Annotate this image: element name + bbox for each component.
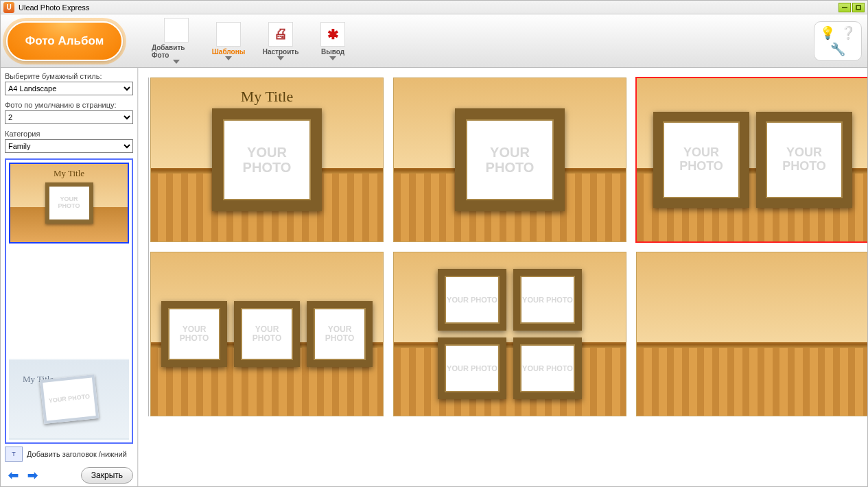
photo-frame: YOUR PHOTO <box>455 108 565 211</box>
category-label: Категория <box>5 130 133 138</box>
template-item[interactable]: YOUR PHOTOYOUR PHOTOYOUR PHOTO <box>150 252 384 416</box>
maximize-button[interactable] <box>852 3 865 12</box>
chevron-down-icon <box>277 56 284 60</box>
template-frames-wrap <box>637 327 867 341</box>
photo-frame: YOUR PHOTO <box>756 112 852 208</box>
photo-album-label: Фото Альбом <box>25 34 104 48</box>
default-photos-select[interactable]: 2 <box>5 110 133 124</box>
photo-frame: YOUR PHOTO <box>513 269 582 331</box>
template-item[interactable]: My TitleYOUR PHOTO <box>150 78 384 242</box>
preview-thumb-2[interactable]: My Title YOUR PHOTO <box>9 359 129 440</box>
close-button[interactable]: Закрыть <box>81 467 133 484</box>
add-header-footer-button[interactable]: T Добавить заголовок /нижний <box>5 447 133 462</box>
template-item[interactable] <box>636 252 867 416</box>
preview-thumb-frame: YOUR PHOTO <box>45 182 93 224</box>
chevron-down-icon <box>173 60 180 64</box>
output-button[interactable]: Вывод <box>308 22 357 60</box>
templates-icon <box>216 22 241 47</box>
chevron-down-icon <box>329 56 336 60</box>
template-grid-area: My TitleYOUR PHOTOYOUR PHOTOYOUR PHOTOYO… <box>138 68 867 486</box>
template-frames-wrap: YOUR PHOTO <box>394 102 626 218</box>
preview-thumb-title: My Title <box>54 168 84 179</box>
paper-style-label: Выберите бумажный стиль: <box>5 72 133 80</box>
bow-icon <box>320 22 345 47</box>
settings-label: Настроить <box>263 48 299 56</box>
template-frames-wrap: YOUR PHOTOYOUR PHOTOYOUR PHOTOYOUR PHOTO <box>394 262 626 406</box>
photo-frame: YOUR PHOTO <box>438 337 506 399</box>
photo-frame: YOUR PHOTO <box>513 337 582 399</box>
text-block-icon: T <box>5 447 23 462</box>
paper-style-select[interactable]: A4 Landscape <box>5 82 133 95</box>
floor-decor <box>637 342 867 416</box>
close-label: Закрыть <box>91 471 123 480</box>
photo-frame: YOUR PHOTO <box>307 301 373 367</box>
template-grid: My TitleYOUR PHOTOYOUR PHOTOYOUR PHOTOYO… <box>150 78 858 416</box>
sidebar-footer: T Добавить заголовок /нижний ⬅ ➡ Закрыть <box>5 444 133 484</box>
photo-frame: YOUR PHOTO <box>234 301 300 367</box>
template-item[interactable]: YOUR PHOTOYOUR PHOTOYOUR PHOTOYOUR PHOTO <box>393 252 626 416</box>
prev-button[interactable]: ⬅ <box>5 468 21 482</box>
help-icon[interactable]: ❔ <box>841 25 856 40</box>
photo-frame: YOUR PHOTO <box>438 269 506 331</box>
template-frames-wrap: YOUR PHOTOYOUR PHOTOYOUR PHOTO <box>151 294 383 374</box>
minimize-button[interactable] <box>838 3 851 12</box>
app-icon: U <box>3 2 14 13</box>
output-label: Вывод <box>321 48 344 56</box>
add-photo-label: Добавить Фото <box>152 44 201 59</box>
templates-label: Шаблоны <box>212 48 245 56</box>
chevron-down-icon <box>225 56 232 60</box>
add-photo-button[interactable]: Добавить Фото <box>152 18 201 64</box>
settings-button[interactable]: Настроить <box>256 22 305 60</box>
photo-frame: YOUR PHOTO <box>212 108 322 211</box>
template-frames-wrap: YOUR PHOTO <box>151 102 383 218</box>
category-select[interactable]: Family <box>5 139 133 153</box>
default-photos-label: Фото по умолчанию в страницу: <box>5 101 133 109</box>
template-frames-wrap: YOUR PHOTOYOUR PHOTO <box>637 105 867 215</box>
photo-album-button[interactable]: Фото Альбом <box>6 21 123 61</box>
app-title: Ulead Photo Express <box>19 3 89 12</box>
photo-frame: YOUR PHOTO <box>161 301 227 367</box>
toolbar-tips-panel: 💡 ❔ 🔧 <box>814 21 862 61</box>
title-bar: U Ulead Photo Express <box>1 1 867 14</box>
lightbulb-icon[interactable]: 💡 <box>820 25 835 40</box>
preview-strip: My Title YOUR PHOTO My Title YOUR PHOTO <box>5 158 133 444</box>
preview-thumb-1[interactable]: My Title YOUR PHOTO <box>9 163 129 244</box>
photo-frame: YOUR PHOTO <box>653 112 749 208</box>
template-item[interactable]: YOUR PHOTOYOUR PHOTO <box>636 78 867 242</box>
template-title: My Title <box>241 88 293 106</box>
preview-thumb-frame: YOUR PHOTO <box>39 375 98 424</box>
printer-icon <box>268 22 293 47</box>
templates-button[interactable]: Шаблоны <box>204 22 253 60</box>
add-photo-icon <box>164 18 189 43</box>
frames-4-grid: YOUR PHOTOYOUR PHOTOYOUR PHOTOYOUR PHOTO <box>438 269 582 399</box>
template-item[interactable]: YOUR PHOTO <box>393 78 626 242</box>
add-header-footer-label: Добавить заголовок /нижний <box>27 450 127 458</box>
wrench-icon[interactable]: 🔧 <box>830 42 845 57</box>
sidebar: Выберите бумажный стиль: A4 Landscape Фо… <box>1 68 138 486</box>
next-button[interactable]: ➡ <box>24 468 40 482</box>
toolbar: Фото Альбом Добавить Фото Шаблоны Настро… <box>1 14 867 68</box>
